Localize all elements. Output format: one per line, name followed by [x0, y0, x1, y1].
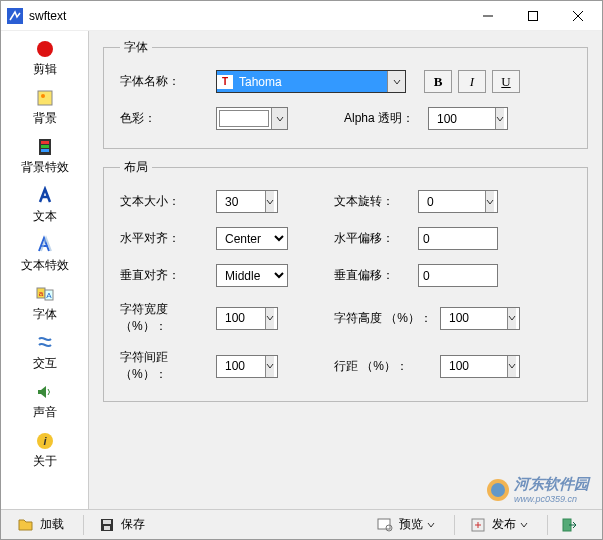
svg-rect-19: [103, 520, 111, 524]
halign-label: 水平对齐：: [120, 230, 216, 247]
voffset-input[interactable]: [418, 264, 498, 287]
sidebar-item-label: 字体: [33, 306, 57, 323]
cheight-input[interactable]: [440, 307, 520, 330]
chevron-down-icon: [520, 521, 528, 529]
font-group: 字体 字体名称： T Tahoma B I U 色彩： Alpha: [103, 39, 588, 149]
cheight-label: 字符高度 （%）：: [334, 310, 440, 327]
underline-button[interactable]: U: [492, 70, 520, 93]
exit-button[interactable]: [554, 514, 590, 536]
text-icon: [35, 186, 55, 206]
sidebar-item-about[interactable]: i 关于: [6, 427, 84, 476]
sidebar-item-text[interactable]: 文本: [6, 182, 84, 231]
publish-icon: [470, 517, 486, 533]
sidebar: 剪辑 背景 背景特效 文本 文本特效 aA 字体 交互 声音: [1, 31, 89, 509]
separator: [547, 515, 548, 535]
alpha-label: Alpha 透明：: [344, 110, 428, 127]
preview-label: 预览: [399, 516, 423, 533]
sidebar-item-label: 背景特效: [21, 159, 69, 176]
layout-group: 布局 文本大小： 文本旋转： 水平对齐： Center 水平偏移： 垂直对齐： …: [103, 159, 588, 402]
bgeffect-icon: [35, 137, 55, 157]
cwidth-input[interactable]: [216, 307, 278, 330]
svg-rect-2: [528, 11, 537, 20]
sidebar-item-label: 文本: [33, 208, 57, 225]
chevron-down-icon: [271, 108, 287, 129]
preview-icon: [377, 517, 393, 533]
folder-open-icon: [18, 517, 34, 533]
sidebar-item-label: 声音: [33, 404, 57, 421]
voffset-label: 垂直偏移：: [334, 267, 418, 284]
rotate-label: 文本旋转：: [334, 193, 418, 210]
content-panel: 字体 字体名称： T Tahoma B I U 色彩： Alpha: [89, 31, 602, 509]
sidebar-item-clip[interactable]: 剪辑: [6, 35, 84, 84]
exit-icon: [561, 517, 577, 533]
rotate-input[interactable]: [418, 190, 498, 213]
background-icon: [35, 88, 55, 108]
alpha-value[interactable]: [433, 108, 495, 129]
svg-point-5: [37, 41, 53, 57]
sidebar-item-label: 关于: [33, 453, 57, 470]
color-picker[interactable]: [216, 107, 288, 130]
clip-icon: [35, 39, 55, 59]
svg-text:A: A: [46, 291, 52, 300]
sidebar-item-label: 文本特效: [21, 257, 69, 274]
valign-select[interactable]: Middle: [216, 264, 288, 287]
hoffset-label: 水平偏移：: [334, 230, 418, 247]
svg-point-7: [41, 94, 45, 98]
publish-button[interactable]: 发布: [461, 514, 537, 536]
sound-icon: [35, 382, 55, 402]
sidebar-item-interact[interactable]: 交互: [6, 329, 84, 378]
interact-icon: [35, 333, 55, 353]
lspace-input[interactable]: [440, 355, 520, 378]
load-label: 加载: [40, 516, 64, 533]
cspace-input[interactable]: [216, 355, 278, 378]
svg-rect-11: [41, 149, 49, 152]
publish-label: 发布: [492, 516, 516, 533]
hoffset-input[interactable]: [418, 227, 498, 250]
font-legend: 字体: [120, 39, 152, 56]
about-icon: i: [35, 431, 55, 451]
sidebar-item-label: 交互: [33, 355, 57, 372]
font-name-label: 字体名称：: [120, 73, 216, 90]
font-name-value: Tahoma: [239, 75, 282, 89]
textsize-input[interactable]: [216, 190, 278, 213]
alpha-input[interactable]: [428, 107, 508, 130]
chevron-down-icon: [427, 521, 435, 529]
sidebar-item-bgeffect[interactable]: 背景特效: [6, 133, 84, 182]
svg-rect-0: [7, 8, 23, 24]
svg-text:a: a: [38, 289, 43, 298]
svg-rect-6: [38, 91, 52, 105]
app-icon: [7, 8, 23, 24]
halign-select[interactable]: Center: [216, 227, 288, 250]
chevron-down-icon: [387, 71, 405, 92]
separator: [83, 515, 84, 535]
svg-rect-21: [378, 519, 390, 529]
titlebar: swftext: [1, 1, 602, 31]
sidebar-item-label: 背景: [33, 110, 57, 127]
svg-rect-9: [41, 141, 49, 144]
separator: [454, 515, 455, 535]
italic-button[interactable]: I: [458, 70, 486, 93]
sidebar-item-texteffect[interactable]: 文本特效: [6, 231, 84, 280]
save-label: 保存: [121, 516, 145, 533]
save-button[interactable]: 保存: [90, 514, 154, 536]
minimize-button[interactable]: [465, 2, 510, 30]
maximize-button[interactable]: [510, 2, 555, 30]
bold-button[interactable]: B: [424, 70, 452, 93]
font-name-select[interactable]: T Tahoma: [216, 70, 406, 93]
svg-rect-20: [104, 526, 110, 530]
sidebar-item-font[interactable]: aA 字体: [6, 280, 84, 329]
close-button[interactable]: [555, 2, 600, 30]
cwidth-label: 字符宽度 （%）：: [120, 301, 216, 335]
layout-legend: 布局: [120, 159, 152, 176]
svg-rect-10: [41, 145, 49, 148]
preview-button[interactable]: 预览: [368, 514, 444, 536]
color-label: 色彩：: [120, 110, 216, 127]
load-button[interactable]: 加载: [9, 514, 73, 536]
sidebar-item-sound[interactable]: 声音: [6, 378, 84, 427]
bottom-toolbar: 加载 保存 预览 发布: [1, 509, 602, 539]
lspace-label: 行距 （%）：: [334, 358, 440, 375]
sidebar-item-background[interactable]: 背景: [6, 84, 84, 133]
color-swatch: [219, 110, 269, 127]
save-icon: [99, 517, 115, 533]
truetype-icon: T: [217, 75, 233, 89]
